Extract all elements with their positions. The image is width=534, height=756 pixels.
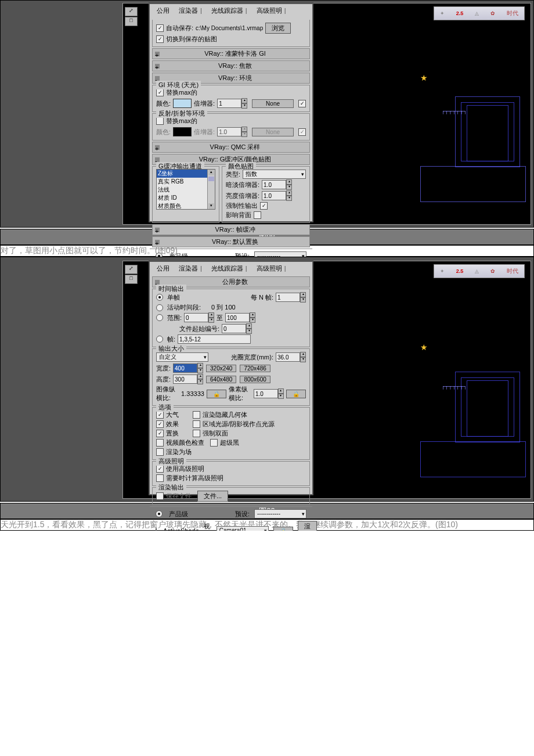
- tab-advanced-lighting[interactable]: 高级照明: [252, 5, 291, 16]
- frames-input[interactable]: [178, 334, 251, 344]
- autosave-checkbox[interactable]: ✓ 自动保存: c:\My Documents\1.vrmap 浏览: [156, 23, 291, 34]
- tool-icon[interactable]: ✦: [440, 268, 445, 274]
- tab-renderer[interactable]: 渲染器: [174, 263, 207, 274]
- spinner-up-icon[interactable]: ▴: [241, 98, 247, 103]
- spinner-up-icon[interactable]: ▴: [197, 363, 203, 368]
- spinner-down-icon[interactable]: ▾: [241, 103, 247, 109]
- tab-raytracer[interactable]: 光线跟踪器: [207, 5, 252, 16]
- file-button[interactable]: 文件...: [197, 491, 228, 502]
- compute-adv-lighting-checkbox[interactable]: [156, 474, 164, 482]
- product-mode-radio-09[interactable]: [156, 510, 163, 517]
- tool-icon[interactable]: ◬: [475, 10, 479, 16]
- tool-icon[interactable]: 2.5: [456, 10, 464, 16]
- gi-map-button[interactable]: None: [252, 99, 294, 108]
- affect-bg-checkbox[interactable]: [254, 211, 261, 219]
- list-item[interactable]: 真实 RGB: [157, 178, 215, 186]
- render-fields-checkbox[interactable]: [156, 448, 164, 456]
- height-field[interactable]: ▴▾: [173, 374, 203, 384]
- input[interactable]: [262, 180, 286, 189]
- spinner-up-icon[interactable]: ▴: [300, 352, 306, 357]
- spinner-down-icon[interactable]: ▾: [286, 196, 292, 201]
- tool-icon[interactable]: ✿: [490, 268, 495, 274]
- preset-640x480-button[interactable]: 640x480: [206, 376, 236, 383]
- video-color-checkbox[interactable]: [156, 439, 164, 447]
- rr-replace-checkbox[interactable]: 替换max的: [156, 117, 197, 125]
- gbuffer-list[interactable]: Z坐标 真实 RGB 法线 材质 ID 材质颜色 材质透明度 物体速度 节点 I…: [156, 169, 215, 210]
- tab-advanced-lighting[interactable]: 高级照明: [252, 263, 291, 274]
- preset-320x240-button[interactable]: 320x240: [206, 365, 236, 372]
- corner-icon[interactable]: ⤢: [125, 265, 138, 274]
- spinner-up-icon[interactable]: ▴: [250, 312, 255, 318]
- rollout-caustics[interactable]: +VRay:: 焦散: [152, 60, 310, 71]
- rollout-framebuffer[interactable]: +VRay:: 帧缓冲: [152, 224, 310, 235]
- list-item[interactable]: 材质颜色: [157, 202, 215, 210]
- preset-800x600-button[interactable]: 800x600: [240, 376, 270, 383]
- spinner-down-icon[interactable]: ▾: [250, 318, 255, 323]
- super-black-checkbox[interactable]: [210, 439, 218, 447]
- tool-icon[interactable]: 时代: [507, 267, 518, 275]
- bright-mult-field[interactable]: ▴▾: [262, 190, 292, 201]
- single-frame-radio[interactable]: [156, 294, 163, 301]
- preset-720x486-button[interactable]: 720x486: [240, 365, 270, 372]
- tool-icon[interactable]: ✿: [490, 10, 495, 16]
- activeshade-radio-09[interactable]: [156, 527, 157, 531]
- gi-color-swatch[interactable]: [173, 99, 192, 108]
- rollout-default-displacement[interactable]: +VRay:: 默认置换: [152, 236, 310, 247]
- tab-raytracer[interactable]: 光线跟踪器: [207, 263, 252, 274]
- spinner-down-icon[interactable]: ▾: [300, 297, 306, 303]
- gi-map-toggle[interactable]: ✓: [298, 100, 306, 107]
- aperture-field[interactable]: ▴▾: [276, 352, 306, 362]
- output-size-select[interactable]: 自定义: [156, 352, 208, 362]
- scrollbar[interactable]: ▴ ▾: [207, 170, 215, 209]
- force-output-checkbox[interactable]: ✓: [260, 202, 268, 210]
- spinner-down-icon[interactable]: ▾: [286, 185, 292, 190]
- input[interactable]: [254, 389, 278, 398]
- switch-save-checkbox[interactable]: ✓ 切换到保存的贴图: [156, 35, 217, 44]
- rollout-qmc-gi[interactable]: +VRay:: 准蒙特卡洛 GI: [152, 48, 310, 59]
- corner-icon[interactable]: ⤢: [125, 7, 138, 16]
- range-to-field[interactable]: ▴▾: [225, 312, 255, 323]
- input[interactable]: [217, 99, 241, 108]
- input[interactable]: [262, 191, 286, 200]
- spinner-up-icon[interactable]: ▴: [278, 388, 284, 394]
- list-item[interactable]: Z坐标: [157, 170, 215, 178]
- input[interactable]: [222, 324, 246, 333]
- tool-icon[interactable]: 2.5: [456, 268, 464, 274]
- scroll-up-icon[interactable]: ▴: [208, 170, 214, 175]
- tab-common[interactable]: 公用: [152, 263, 174, 274]
- range-from-field[interactable]: ▴▾: [184, 312, 214, 323]
- input[interactable]: [225, 313, 250, 322]
- spinner-down-icon[interactable]: ▾: [278, 394, 284, 399]
- gi-replace-checkbox[interactable]: ✓ 替换max的: [156, 88, 197, 97]
- every-n-field[interactable]: ▴▾: [276, 292, 306, 303]
- aspect-lock-icon[interactable]: 🔒: [207, 390, 226, 398]
- effects-checkbox[interactable]: ✓: [156, 420, 164, 428]
- spinner-up-icon[interactable]: ▴: [286, 190, 292, 196]
- colormap-type-select[interactable]: 指数: [243, 170, 306, 179]
- preset-select-09[interactable]: ------------: [254, 509, 306, 519]
- range-radio[interactable]: [156, 314, 163, 321]
- spinner-down-icon[interactable]: ▾: [197, 368, 203, 373]
- render-hidden-checkbox[interactable]: [193, 411, 200, 419]
- save-file-checkbox[interactable]: [156, 492, 164, 500]
- atmosphere-checkbox[interactable]: ✓: [156, 411, 164, 419]
- input[interactable]: [173, 363, 197, 373]
- spinner-down-icon[interactable]: ▾: [197, 379, 203, 384]
- render-button-09[interactable]: 渲染: [298, 521, 317, 531]
- tool-icon[interactable]: ◬: [475, 268, 479, 274]
- dark-mult-field[interactable]: ▴▾: [262, 179, 292, 190]
- lock-icon[interactable]: 🔒: [273, 527, 293, 531]
- tool-icon[interactable]: ✦: [440, 10, 445, 16]
- input[interactable]: [173, 375, 197, 384]
- input[interactable]: [184, 313, 208, 322]
- frames-radio[interactable]: [156, 336, 163, 343]
- tool-icon[interactable]: 时代: [507, 9, 518, 17]
- spinner-down-icon[interactable]: ▾: [300, 357, 306, 362]
- corner-icon[interactable]: □: [125, 275, 138, 284]
- pixel-aspect-field[interactable]: ▴▾: [254, 388, 284, 399]
- browse-button[interactable]: 浏览: [265, 23, 291, 34]
- force-two-sided-checkbox[interactable]: [193, 430, 200, 437]
- scroll-down-icon[interactable]: ▾: [208, 203, 214, 209]
- displacement-checkbox[interactable]: ✓: [156, 430, 164, 437]
- spinner-up-icon[interactable]: ▴: [300, 292, 306, 297]
